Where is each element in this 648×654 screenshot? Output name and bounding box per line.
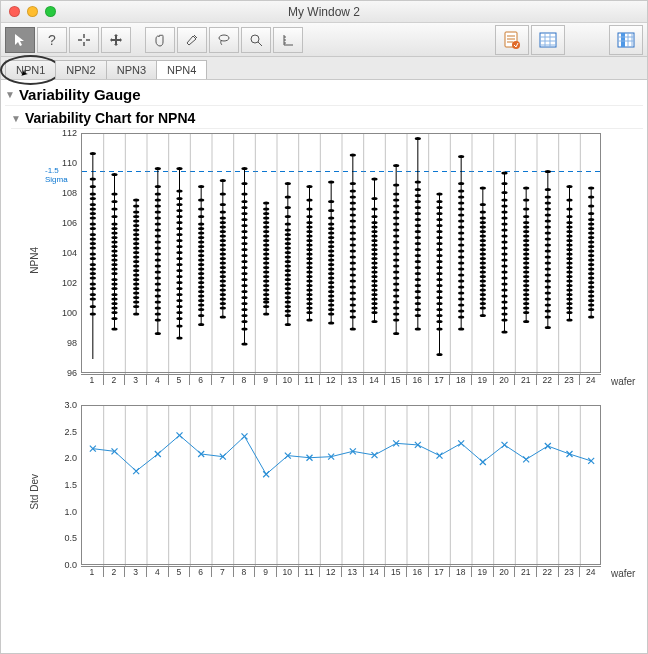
svg-point-420: [393, 192, 399, 195]
svg-point-169: [198, 222, 204, 225]
tab-npn2[interactable]: NPN2: [55, 60, 106, 79]
grabber-tool-button[interactable]: [145, 27, 175, 53]
disclosure-triangle-icon: ▼: [5, 89, 15, 100]
svg-point-629: [566, 243, 572, 246]
crosshair-tool-button[interactable]: [69, 27, 99, 53]
svg-point-609: [545, 188, 551, 191]
window-close-button[interactable]: [9, 6, 20, 17]
svg-point-540: [501, 276, 507, 279]
svg-point-139: [176, 221, 182, 224]
window-zoom-button[interactable]: [45, 6, 56, 17]
svg-point-633: [566, 225, 572, 228]
svg-point-53: [111, 249, 117, 252]
section-variability-gauge[interactable]: ▼ Variability Gauge: [5, 84, 643, 106]
svg-point-321: [328, 290, 334, 293]
svg-point-433: [415, 272, 421, 275]
svg-point-654: [588, 254, 594, 257]
variability-chart[interactable]: [81, 133, 601, 373]
zoom-tool-button[interactable]: [241, 27, 271, 53]
arrow-tool-button[interactable]: [5, 27, 35, 53]
svg-point-545: [501, 246, 507, 249]
svg-point-280: [285, 222, 291, 225]
svg-point-518: [480, 252, 486, 255]
svg-point-395: [371, 177, 377, 180]
svg-point-418: [393, 204, 399, 207]
svg-point-185: [220, 270, 226, 273]
svg-point-134: [176, 251, 182, 254]
svg-point-602: [545, 231, 551, 234]
stddev-chart[interactable]: [81, 405, 601, 565]
svg-point-49: [111, 267, 117, 270]
svg-point-551: [501, 210, 507, 213]
svg-point-142: [176, 203, 182, 206]
svg-point-434: [415, 266, 421, 269]
svg-point-141: [176, 209, 182, 212]
lasso-tool-button[interactable]: [209, 27, 239, 53]
svg-point-198: [220, 210, 226, 213]
svg-point-517: [480, 257, 486, 260]
svg-point-133: [176, 257, 182, 260]
svg-point-650: [588, 272, 594, 275]
svg-point-273: [285, 255, 291, 258]
svg-point-620: [566, 284, 572, 287]
svg-point-652: [588, 263, 594, 266]
svg-point-68: [133, 305, 139, 308]
svg-point-281: [285, 215, 291, 218]
svg-point-382: [371, 261, 377, 264]
window-minimize-button[interactable]: [27, 6, 38, 17]
svg-point-346: [350, 303, 356, 306]
svg-point-463: [436, 266, 442, 269]
svg-point-569: [523, 270, 529, 273]
svg-point-526: [480, 216, 486, 219]
svg-point-613: [566, 318, 572, 321]
svg-point-427: [415, 308, 421, 311]
svg-point-661: [588, 222, 594, 225]
svg-point-130: [176, 275, 182, 278]
svg-point-40: [111, 311, 117, 314]
svg-point-462: [436, 272, 442, 275]
tab-npn1[interactable]: NPN1: [5, 60, 56, 79]
move-tool-button[interactable]: [101, 27, 131, 53]
svg-point-390: [371, 225, 377, 228]
svg-point-18: [90, 263, 96, 266]
data-table-button[interactable]: [531, 25, 565, 55]
svg-point-153: [198, 294, 204, 297]
svg-point-317: [328, 308, 334, 311]
brush-tool-button[interactable]: [177, 27, 207, 53]
svg-point-140: [176, 215, 182, 218]
svg-point-3: [512, 41, 520, 49]
y-axis-label-stddev: Std Dev: [29, 474, 45, 510]
svg-point-376: [371, 288, 377, 291]
svg-point-87: [133, 219, 139, 222]
help-tool-button[interactable]: ?: [37, 27, 67, 53]
svg-point-54: [111, 245, 117, 248]
svg-point-447: [415, 188, 421, 191]
svg-point-548: [501, 228, 507, 231]
svg-point-223: [241, 218, 247, 221]
svg-point-524: [480, 225, 486, 228]
svg-point-567: [523, 279, 529, 282]
svg-point-614: [566, 311, 572, 314]
svg-point-509: [480, 293, 486, 296]
svg-point-563: [523, 297, 529, 300]
svg-point-232: [263, 312, 269, 315]
section-variability-chart[interactable]: ▼ Variability Chart for NPN4: [11, 108, 643, 129]
axis-tool-button[interactable]: [273, 27, 303, 53]
tab-npn4[interactable]: NPN4: [156, 60, 207, 79]
svg-point-311: [306, 198, 312, 201]
column-view-button[interactable]: [609, 25, 643, 55]
svg-point-204: [241, 342, 247, 345]
svg-point-80: [133, 251, 139, 254]
svg-point-555: [501, 182, 507, 185]
svg-point-241: [263, 270, 269, 273]
svg-point-488: [458, 261, 464, 264]
tab-bar: NPN1 NPN2 NPN3 NPN4: [1, 57, 647, 80]
tab-npn3[interactable]: NPN3: [106, 60, 157, 79]
svg-point-410: [393, 252, 399, 255]
svg-point-653: [588, 258, 594, 261]
svg-point-19: [90, 257, 96, 260]
svg-point-226: [241, 200, 247, 203]
svg-point-144: [176, 189, 182, 192]
svg-point-271: [285, 264, 291, 267]
script-button[interactable]: [495, 25, 529, 55]
